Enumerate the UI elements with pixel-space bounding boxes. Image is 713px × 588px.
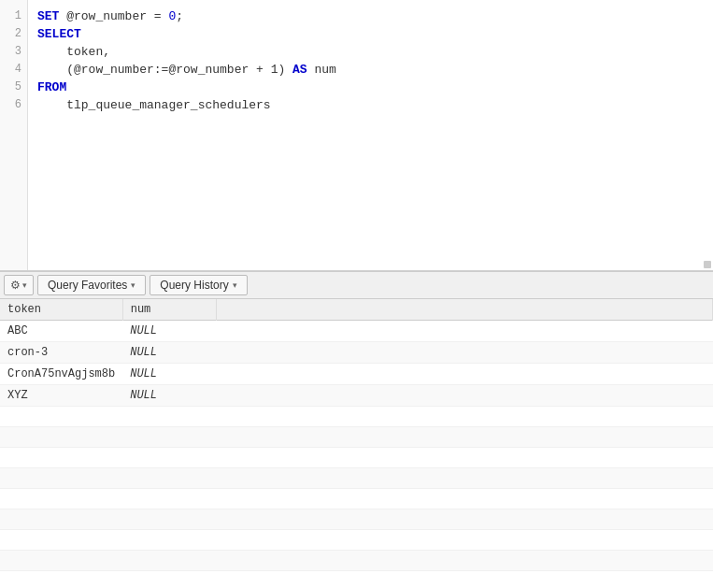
code-line-1: SET @row_number = 0;: [37, 7, 704, 25]
table-row: CronA75nvAgjsm8b NULL: [0, 364, 713, 385]
line-num-1: 1: [0, 7, 27, 25]
cell-token: ABC: [0, 321, 122, 342]
query-history-label: Query History: [160, 279, 228, 292]
code-line-3: token,: [37, 43, 704, 61]
gear-chevron: ▾: [22, 280, 27, 290]
line-num-5: 5: [0, 79, 27, 96]
gear-icon: ⚙: [10, 279, 21, 292]
results-area: token num ABC NULL cron-3 NULL CronA75nv…: [0, 299, 713, 588]
query-favorites-label: Query Favorites: [48, 279, 127, 292]
editor-area: 1 2 3 4 5 6 SET @row_number = 0; SELECT …: [0, 0, 713, 271]
code-line-4: (@row_number:=@row_number + 1) AS num: [37, 61, 704, 79]
cell-token: CronA75nvAgjsm8b: [0, 364, 122, 385]
code-content[interactable]: SET @row_number = 0; SELECT token, (@row…: [28, 0, 713, 270]
col-header-token: token: [0, 299, 122, 321]
cell-token: cron-3: [0, 342, 122, 364]
line-num-3: 3: [0, 43, 27, 61]
empty-rows: [0, 407, 713, 589]
empty-row: [0, 509, 713, 530]
empty-row: [0, 427, 713, 448]
table-row: XYZ NULL: [0, 385, 713, 407]
table-row: ABC NULL: [0, 321, 713, 342]
cell-token: XYZ: [0, 385, 122, 407]
scroll-indicator: [704, 261, 711, 268]
empty-row: [0, 407, 713, 427]
line-num-2: 2: [0, 25, 27, 43]
empty-row: [0, 551, 713, 571]
empty-row: [0, 530, 713, 551]
table-row: cron-3 NULL: [0, 342, 713, 364]
code-line-2: SELECT: [37, 25, 704, 43]
cell-num: NULL: [122, 364, 216, 385]
line-num-6: 6: [0, 96, 27, 114]
col-header-num: num: [122, 299, 216, 321]
toolbar: ⚙ ▾ Query Favorites ▾ Query History ▾: [0, 271, 713, 299]
cell-num: NULL: [122, 342, 216, 364]
empty-row: [0, 489, 713, 509]
cell-num: NULL: [122, 385, 216, 407]
empty-row: [0, 468, 713, 489]
query-history-tab[interactable]: Query History ▾: [150, 275, 247, 295]
empty-row: [0, 448, 713, 468]
line-numbers: 1 2 3 4 5 6: [0, 0, 28, 270]
results-table: token num ABC NULL cron-3 NULL CronA75nv…: [0, 299, 713, 588]
chevron-down-icon: ▾: [131, 280, 135, 290]
line-num-4: 4: [0, 61, 27, 79]
code-line-5: FROM: [37, 79, 704, 96]
gear-button[interactable]: ⚙ ▾: [4, 275, 34, 295]
query-favorites-tab[interactable]: Query Favorites ▾: [37, 275, 146, 295]
code-line-6: tlp_queue_manager_schedulers: [37, 96, 704, 114]
col-header-empty: [216, 299, 712, 321]
empty-row: [0, 571, 713, 589]
cell-num: NULL: [122, 321, 216, 342]
chevron-down-icon-2: ▾: [233, 280, 237, 290]
table-header-row: token num: [0, 299, 713, 321]
